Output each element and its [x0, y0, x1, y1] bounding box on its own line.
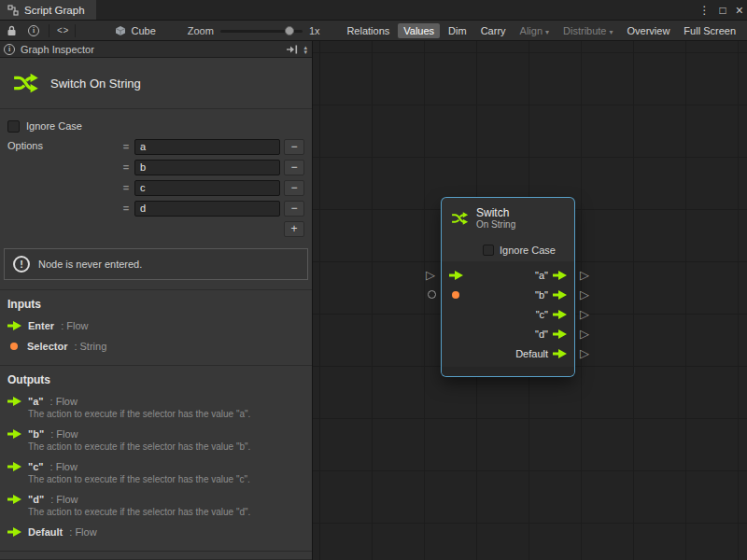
remove-option-button[interactable]: −	[284, 160, 304, 175]
input-name: Enter	[28, 320, 54, 331]
output-port-a[interactable]	[553, 271, 567, 280]
distribute-button[interactable]: Distribute▾	[557, 23, 618, 38]
drag-handle-icon[interactable]: =	[121, 203, 131, 214]
graph-toolbar: i < > Cube Zoom 1x Relations Values Dim …	[0, 21, 747, 41]
option-row: = −	[121, 137, 304, 156]
relations-button[interactable]: Relations	[341, 23, 395, 38]
option-input[interactable]	[134, 180, 280, 196]
options-list: = − = − = − = + −	[121, 137, 304, 237]
ignore-case-row: Ignore Case	[7, 119, 304, 133]
output-description: The action to execute if the selector ha…	[28, 409, 304, 419]
option-input[interactable]	[134, 201, 280, 217]
tab-title: Script Graph	[24, 5, 85, 16]
drag-handle-icon[interactable]: =	[121, 182, 131, 193]
output-type: : Flow	[50, 396, 78, 407]
output-item: "a" : Flow	[7, 396, 304, 407]
output-port-d[interactable]	[553, 329, 567, 339]
port-row: Default	[442, 343, 574, 363]
tab-strip: Script Graph ⋮ □ ×	[0, 0, 747, 21]
flow-arrow-icon	[7, 527, 21, 537]
option-input[interactable]	[134, 139, 280, 155]
toolbar-separator	[49, 24, 49, 37]
selector-port-connector[interactable]	[428, 290, 436, 299]
output-a-connector[interactable]: ▷	[580, 269, 589, 281]
ignore-case-checkbox[interactable]	[7, 120, 20, 133]
selector-port[interactable]	[449, 291, 466, 299]
value-port-icon	[452, 291, 459, 299]
zoom-slider-knob[interactable]	[285, 26, 294, 35]
info-icon[interactable]: i	[26, 23, 41, 38]
script-graph-icon	[7, 5, 19, 16]
remove-option-button[interactable]: −	[284, 180, 304, 196]
dim-button[interactable]: Dim	[443, 23, 472, 38]
inputs-header: Inputs	[7, 298, 304, 311]
switch-unit-icon	[11, 69, 39, 97]
options-label: Options	[7, 137, 43, 237]
output-port-label: "a"	[535, 270, 553, 281]
warning-icon: !	[13, 256, 30, 273]
output-port-label: "c"	[536, 309, 553, 320]
output-port-label: Default	[515, 348, 553, 359]
lock-icon[interactable]	[4, 23, 19, 38]
flow-arrow-icon	[7, 397, 21, 406]
script-graph-window: Script Graph ⋮ □ × i < > Cube Zoom	[0, 0, 747, 560]
input-name: Selector	[27, 341, 67, 352]
maximize-icon[interactable]: □	[720, 4, 726, 17]
tab-script-graph[interactable]: Script Graph	[0, 0, 96, 20]
option-input[interactable]	[134, 160, 280, 175]
node-title: Switch	[476, 207, 515, 219]
remove-option-button[interactable]: −	[284, 201, 304, 217]
drag-handle-icon[interactable]: =	[121, 141, 131, 152]
output-default-connector[interactable]: ▷	[580, 347, 589, 359]
overview-button[interactable]: Overview	[622, 23, 676, 38]
option-row: = + −	[121, 199, 304, 217]
input-type: : String	[74, 341, 106, 352]
output-type: : Flow	[50, 428, 78, 440]
output-c-connector[interactable]: ▷	[580, 308, 589, 320]
node-subtitle: On String	[476, 219, 515, 231]
output-port-label: "b"	[535, 289, 553, 301]
output-name: "a"	[28, 396, 44, 407]
output-name: Default	[28, 526, 63, 538]
output-item: "d" : Flow	[7, 494, 304, 505]
output-d-connector[interactable]: ▷	[580, 328, 589, 340]
output-type: : Flow	[69, 526, 96, 538]
align-button[interactable]: Align▾	[514, 23, 555, 38]
code-icon[interactable]: < >	[57, 23, 67, 38]
output-name: "b"	[28, 428, 44, 440]
full-screen-button[interactable]: Full Screen	[678, 23, 741, 38]
carry-button[interactable]: Carry	[475, 23, 512, 38]
info-icon: i	[4, 44, 15, 55]
drag-handle-icon[interactable]: =	[121, 161, 131, 173]
output-port-default[interactable]	[553, 349, 567, 358]
output-name: "c"	[28, 461, 44, 472]
enter-port-connector[interactable]: ▷	[426, 269, 435, 281]
switch-node-header[interactable]: Switch On String	[442, 198, 574, 239]
ignore-case-checkbox[interactable]	[483, 245, 494, 256]
zoom-value: 1x	[309, 25, 320, 36]
output-port-c[interactable]	[553, 310, 567, 319]
switch-unit-icon	[450, 209, 469, 228]
graph-canvas[interactable]: Switch On String Ignore Case "a"	[313, 41, 747, 560]
enter-port[interactable]	[449, 271, 466, 280]
window-menu-icon[interactable]: ⋮	[699, 4, 711, 17]
ignore-case-label: Ignore Case	[500, 245, 556, 256]
close-icon[interactable]: ×	[736, 3, 743, 18]
graph-object-button[interactable]: Cube	[115, 25, 155, 36]
switch-node[interactable]: Switch On String Ignore Case "a"	[442, 198, 574, 376]
warning-box: ! Node is never entered.	[4, 248, 308, 280]
output-port-b[interactable]	[553, 290, 567, 300]
node-ports: "a" "b" "c" "d"	[442, 261, 574, 367]
remove-option-button[interactable]: −	[284, 139, 304, 155]
outputs-section: Outputs "a" : Flow The action to execute…	[0, 366, 312, 541]
values-button[interactable]: Values	[398, 23, 440, 38]
add-option-button[interactable]: +	[284, 221, 304, 237]
output-type: : Flow	[50, 461, 78, 472]
zoom-slider[interactable]	[220, 25, 303, 36]
output-b-connector[interactable]: ▷	[580, 288, 589, 301]
outputs-header: Outputs	[7, 373, 304, 386]
value-port-icon	[10, 343, 18, 350]
panel-scroll-arrows[interactable]: ▴ ▾	[303, 45, 308, 54]
output-port-label: "d"	[535, 329, 553, 340]
dock-panel-icon[interactable]	[286, 45, 298, 54]
